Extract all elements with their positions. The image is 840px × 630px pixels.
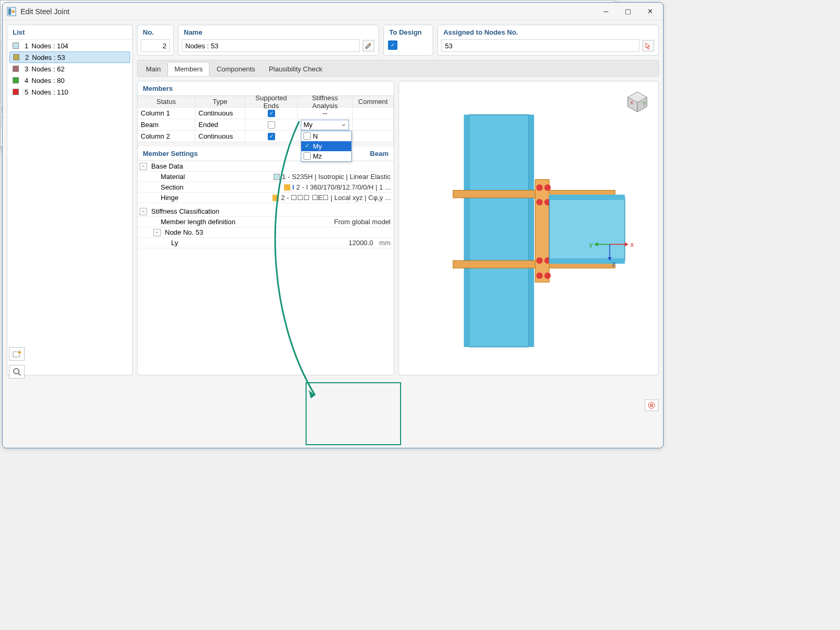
svg-point-15 bbox=[536, 272, 542, 279]
members-grid: Status Type Supported Ends Stiffness Ana… bbox=[138, 96, 394, 142]
name-panel: Name Nodes : 53 bbox=[178, 25, 379, 56]
minimize-button[interactable]: ─ bbox=[595, 4, 617, 19]
color-swatch bbox=[13, 66, 19, 72]
svg-line-37 bbox=[18, 373, 20, 375]
svg-text:-y: -y bbox=[640, 98, 646, 106]
no-label: No. bbox=[138, 25, 173, 39]
member-row[interactable]: Column 1 Continuous -- bbox=[138, 108, 394, 119]
member-row[interactable]: Column 2 Continuous bbox=[138, 131, 394, 142]
no-input[interactable]: 2 bbox=[141, 39, 170, 52]
hinge-value[interactable]: 2 - ☐☐☐ ☐E☐ | Local xyz | Cφ,y ... bbox=[281, 194, 391, 202]
stiffness-dropdown[interactable]: MyNMyMz bbox=[301, 120, 349, 130]
mld-value[interactable]: From global model bbox=[334, 218, 391, 226]
svg-text:✦: ✦ bbox=[17, 350, 21, 356]
expand-stiffclass[interactable]: − bbox=[140, 208, 147, 215]
viewer-3d[interactable]: x y z -y x bbox=[398, 81, 659, 375]
col-status: Status bbox=[138, 96, 195, 107]
svg-text:x: x bbox=[630, 240, 634, 248]
list-item[interactable]: 3Nodes : 62 bbox=[9, 63, 130, 75]
nodes-label: Assigned to Nodes No. bbox=[438, 25, 658, 39]
node-label: Node No. 53 bbox=[163, 228, 203, 236]
list-item[interactable]: 2Nodes : 53 bbox=[9, 51, 130, 63]
svg-text:x: x bbox=[630, 98, 634, 106]
stiffness-dropdown-popup: NMyMz bbox=[301, 131, 352, 162]
list-header: List bbox=[7, 25, 132, 40]
svg-point-11 bbox=[536, 199, 542, 205]
todesign-checkbox[interactable] bbox=[388, 40, 397, 50]
svg-text:z: z bbox=[612, 260, 615, 268]
footer-search-icon[interactable] bbox=[9, 365, 25, 379]
edit-name-icon[interactable] bbox=[363, 40, 374, 51]
no-panel: No. 2 bbox=[137, 25, 174, 56]
stiffclass-label: Stiffness Classification bbox=[149, 207, 219, 215]
base-data-label: Base Data bbox=[149, 162, 183, 170]
col-stiffness: Stiffness Analysis bbox=[298, 96, 353, 107]
member-row[interactable]: Beam Ended MyNMyMz bbox=[138, 119, 394, 131]
svg-text:y: y bbox=[589, 240, 593, 248]
svg-rect-18 bbox=[549, 195, 625, 200]
color-swatch bbox=[13, 89, 19, 95]
svg-rect-8 bbox=[535, 180, 549, 282]
maximize-button[interactable]: ▢ bbox=[617, 4, 639, 19]
svg-rect-17 bbox=[549, 198, 625, 260]
svg-marker-21 bbox=[625, 242, 628, 246]
main-window: Edit Steel Joint ─ ▢ ✕ List 1Nodes : 104… bbox=[2, 2, 664, 448]
nodes-panel: Assigned to Nodes No. 53 bbox=[437, 25, 659, 56]
svg-rect-2 bbox=[12, 10, 15, 13]
svg-rect-5 bbox=[529, 114, 534, 347]
clear-filter-icon[interactable] bbox=[645, 400, 658, 411]
expand-node53[interactable]: − bbox=[153, 229, 161, 236]
ly-unit: mm bbox=[379, 239, 391, 247]
window-title: Edit Steel Joint bbox=[20, 7, 595, 16]
svg-point-36 bbox=[14, 369, 19, 374]
name-input[interactable]: Nodes : 53 bbox=[182, 39, 360, 52]
hinge-label: Hinge bbox=[159, 194, 178, 202]
svg-point-10 bbox=[544, 184, 551, 191]
dropdown-item[interactable]: My bbox=[301, 141, 351, 151]
tab-main[interactable]: Main bbox=[139, 62, 167, 76]
ly-value[interactable]: 12000.0 bbox=[349, 239, 373, 247]
svg-rect-4 bbox=[464, 114, 469, 347]
list-item[interactable]: 4Nodes : 80 bbox=[9, 75, 130, 86]
app-icon bbox=[7, 7, 16, 16]
list-panel: List 1Nodes : 1042Nodes : 533Nodes : 624… bbox=[7, 25, 133, 375]
todesign-panel: To Design bbox=[383, 25, 433, 56]
expand-basedata[interactable]: − bbox=[140, 163, 147, 170]
tab-plausibility-check[interactable]: Plausibility Check bbox=[262, 62, 329, 76]
dropdown-item[interactable]: Mz bbox=[301, 151, 351, 161]
supported-checkbox[interactable] bbox=[268, 110, 275, 117]
mld-label: Member length definition bbox=[159, 218, 235, 226]
color-swatch bbox=[13, 43, 19, 49]
color-swatch bbox=[13, 77, 19, 83]
footer-add-icon[interactable]: ✦ bbox=[9, 347, 25, 361]
nodes-input[interactable]: 53 bbox=[441, 39, 639, 52]
color-swatch bbox=[13, 54, 19, 60]
tab-strip: MainMembersComponentsPlausibility Check bbox=[137, 60, 659, 77]
col-comment: Comment bbox=[353, 96, 394, 107]
supported-checkbox[interactable] bbox=[268, 121, 275, 129]
supported-checkbox[interactable] bbox=[268, 133, 275, 140]
name-label: Name bbox=[178, 25, 379, 39]
svg-point-16 bbox=[544, 272, 551, 279]
section-value[interactable]: 2 - I 360/170/8/12.7/0/0/H | 1 ... bbox=[296, 183, 391, 191]
close-button[interactable]: ✕ bbox=[639, 4, 661, 19]
ly-label: Ly bbox=[169, 239, 178, 247]
svg-rect-3 bbox=[469, 114, 529, 347]
svg-point-9 bbox=[536, 184, 542, 191]
section-label: Section bbox=[159, 183, 183, 191]
nav-cube[interactable]: -y x bbox=[623, 86, 652, 117]
dropdown-item[interactable]: N bbox=[301, 131, 351, 141]
list-item[interactable]: 5Nodes : 110 bbox=[9, 86, 130, 98]
pick-nodes-icon[interactable] bbox=[643, 40, 654, 51]
tab-members[interactable]: Members bbox=[167, 62, 209, 76]
material-value[interactable]: 1 - S235H | Isotropic | Linear Elastic bbox=[282, 173, 391, 181]
list-item[interactable]: 1Nodes : 104 bbox=[9, 40, 130, 51]
tab-components[interactable]: Components bbox=[209, 62, 262, 76]
svg-point-13 bbox=[536, 257, 542, 264]
col-supported: Supported Ends bbox=[245, 96, 298, 107]
svg-rect-1 bbox=[8, 8, 11, 15]
col-type: Type bbox=[195, 96, 245, 107]
material-label: Material bbox=[159, 173, 185, 181]
todesign-label: To Design bbox=[384, 25, 433, 39]
settings-context: Beam bbox=[370, 150, 388, 158]
